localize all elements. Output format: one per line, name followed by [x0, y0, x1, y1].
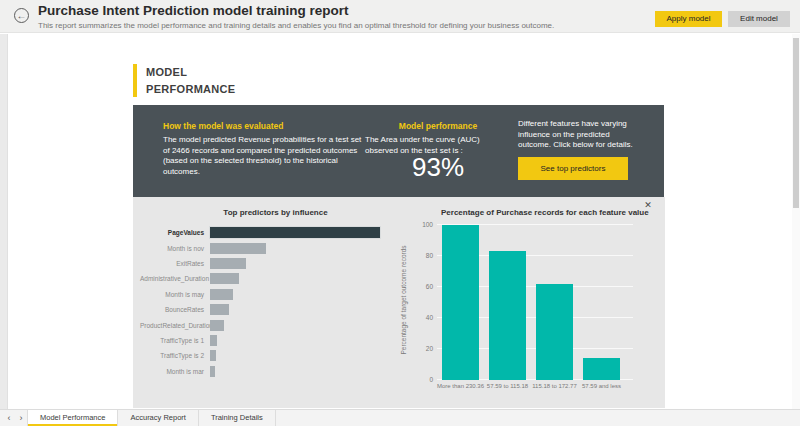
apply-model-button[interactable]: Apply model	[655, 11, 722, 27]
page-title: Purchase Intent Prediction model trainin…	[38, 3, 349, 18]
column-slot	[484, 225, 531, 380]
column-bar[interactable]	[489, 251, 526, 380]
tab-model-performance[interactable]: Model Performance	[27, 410, 118, 426]
features-body: Different features have varying influenc…	[518, 119, 644, 151]
scrollbar-thumb[interactable]	[793, 38, 799, 208]
column-slot	[531, 225, 578, 380]
predictor-row: PageValues	[140, 225, 395, 240]
percentage-chart-plot: 020406080100	[437, 225, 637, 380]
section-heading: MODEL PERFORMANCE	[146, 64, 235, 97]
predictor-bar[interactable]	[210, 289, 233, 300]
column-slot	[437, 225, 484, 380]
section-heading-line2: PERFORMANCE	[146, 81, 235, 98]
column-bar[interactable]	[536, 284, 573, 380]
predictors-chart: PageValuesMonth is novExitRatesAdministr…	[140, 225, 395, 379]
predictor-row: TrafficType is 2	[140, 348, 395, 363]
tabs-scroll-right-icon[interactable]: ›	[15, 410, 27, 426]
predictor-row: Month is nov	[140, 240, 395, 255]
tabs-scroll-left-icon[interactable]: ‹	[3, 410, 15, 426]
x-axis-label: More than 230.36	[437, 383, 484, 389]
predictor-bar[interactable]	[210, 258, 246, 269]
predictor-row: Administrative_Duration	[140, 271, 395, 286]
percentage-chart-ylabel: Percentage of target outcome records	[400, 225, 410, 375]
predictor-bar[interactable]	[210, 243, 266, 254]
column-bars	[437, 225, 633, 380]
see-top-predictors-button[interactable]: See top predictors	[518, 157, 628, 180]
tab-accuracy-report[interactable]: Accuracy Report	[118, 410, 198, 426]
predictor-bar[interactable]	[210, 227, 380, 238]
predictor-bar[interactable]	[210, 273, 239, 284]
predictor-label: TrafficType is 1	[140, 337, 210, 344]
percentage-chart-title: Percentage of Purchase records for each …	[441, 208, 666, 217]
predictor-row: Month is mar	[140, 364, 395, 379]
predictor-row: Month is may	[140, 287, 395, 302]
y-axis-tick: 0	[413, 376, 433, 383]
app-header: ← Purchase Intent Prediction model train…	[0, 0, 800, 33]
section-accent-bar	[133, 64, 137, 97]
predictor-label: BounceRates	[140, 306, 210, 313]
y-axis-tick: 40	[413, 314, 433, 321]
predictor-label: Month is mar	[140, 368, 210, 375]
performance-title: Model performance	[363, 121, 513, 131]
predictor-label: ProductRelated_Duration	[140, 322, 210, 329]
column-slot	[578, 225, 625, 380]
predictor-bar[interactable]	[210, 350, 216, 361]
x-axis-label: 57.59 and less	[578, 383, 625, 389]
back-icon[interactable]: ←	[14, 8, 29, 23]
predictor-row: ProductRelated_Duration	[140, 317, 395, 332]
scrollbar-track[interactable]	[792, 34, 800, 409]
charts-panel: ✕ Top predictors by influence PageValues…	[133, 197, 665, 408]
predictor-label: TrafficType is 2	[140, 352, 210, 359]
column-bar[interactable]	[442, 225, 479, 380]
section-heading-line1: MODEL	[146, 64, 235, 81]
predictor-label: Month is may	[140, 291, 210, 298]
predictor-label: Month is nov	[140, 245, 210, 252]
predictor-bar[interactable]	[210, 366, 215, 377]
model-summary-panel: How the model was evaluated The model pr…	[133, 105, 664, 197]
column-bar[interactable]	[583, 358, 620, 380]
percentage-chart-xlabels: More than 230.3657.59 to 115.18115.18 to…	[437, 383, 633, 389]
auc-value: 93%	[363, 152, 513, 183]
predictor-label: PageValues	[140, 229, 210, 236]
predictors-chart-title: Top predictors by influence	[163, 208, 388, 217]
collapsed-nav-pane[interactable]	[0, 34, 8, 409]
y-axis-tick: 20	[413, 345, 433, 352]
predictor-row: TrafficType is 1	[140, 333, 395, 348]
edit-model-button[interactable]: Edit model	[728, 11, 790, 27]
y-axis-tick: 100	[413, 221, 433, 228]
predictor-bar[interactable]	[210, 320, 224, 331]
tab-training-details[interactable]: Training Details	[199, 410, 276, 426]
y-axis-tick: 60	[413, 283, 433, 290]
predictor-label: Administrative_Duration	[140, 275, 210, 282]
report-tab-bar: ‹ › Model Performance Accuracy Report Tr…	[0, 409, 800, 426]
predictor-bar[interactable]	[210, 304, 229, 315]
evaluated-title: How the model was evaluated	[163, 121, 373, 131]
predictor-bar[interactable]	[210, 335, 217, 346]
predictor-row: BounceRates	[140, 302, 395, 317]
evaluated-body: The model predicted Revenue probabilitie…	[163, 135, 363, 177]
x-axis-label: 57.59 to 115.18	[484, 383, 531, 389]
x-axis-label: 115.18 to 172.77	[531, 383, 578, 389]
y-axis-tick: 80	[413, 252, 433, 259]
predictor-row: ExitRates	[140, 256, 395, 271]
predictor-label: ExitRates	[140, 260, 210, 267]
page-subtitle: This report summarizes the model perform…	[38, 21, 554, 30]
